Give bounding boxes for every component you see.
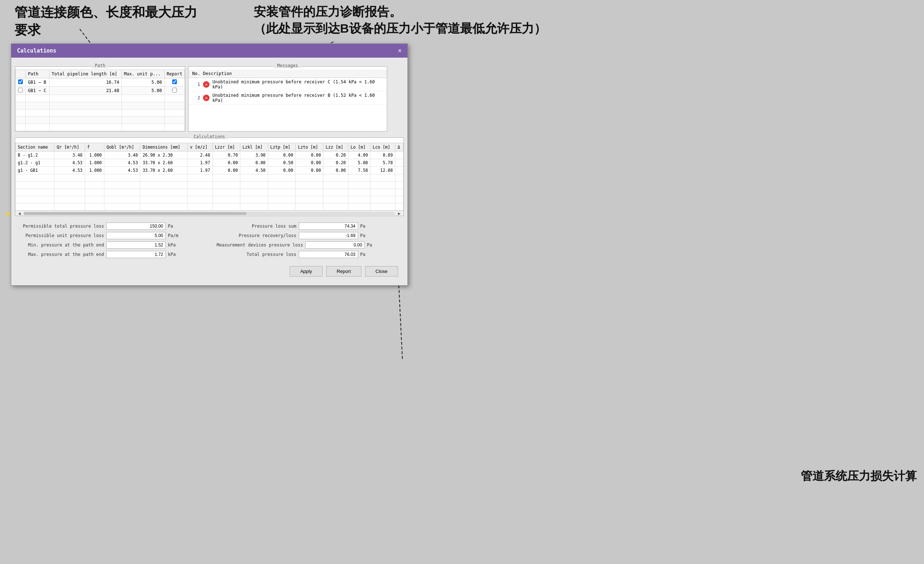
calc-3-lzkl: 4.50 xyxy=(240,167,268,174)
msg-1-text: Unobtained minimum pressure before recei… xyxy=(212,80,384,90)
calc-col-f: f xyxy=(85,143,104,152)
calc-col-lzzr: Lzzr [m] xyxy=(212,143,240,152)
path-row-2-name: GB1 − C xyxy=(26,87,50,95)
field-permissible-unit-label: Permissible unit pressure loss xyxy=(21,233,104,238)
messages-header: No. Description xyxy=(189,70,387,78)
calc-2-lzz: 0.20 xyxy=(323,159,348,167)
path-row-1-length: 16.74 xyxy=(49,78,122,87)
calc-3-qr: 4.53 xyxy=(54,167,85,174)
report-button[interactable]: Report xyxy=(326,266,362,277)
field-permissible-unit-unit: Pa/m xyxy=(168,233,178,238)
field-permissible-total: Permissible total pressure loss Pa xyxy=(21,222,202,230)
path-row-1-report[interactable] xyxy=(172,80,177,84)
field-pressure-loss-sum-value[interactable] xyxy=(299,222,358,230)
path-row-2-checkbox[interactable] xyxy=(18,88,23,92)
calc-3-f: 1.000 xyxy=(85,167,104,174)
field-measurement-devices-label: Measurement devices pressure loss xyxy=(217,243,303,248)
calc-col-lztp: Lztp [m] xyxy=(268,143,296,152)
calculations-section: Calculations Section name Qr [m³/h] f Qo… xyxy=(15,137,404,216)
calc-1-lo: 4.09 xyxy=(348,152,370,159)
path-empty-1 xyxy=(16,95,185,102)
calc-table-wrapper[interactable]: Section name Qr [m³/h] f Qobl [m³/h] Dim… xyxy=(15,143,404,211)
field-permissible-total-unit: Pa xyxy=(168,224,173,229)
path-row-1-name: GB1 − B xyxy=(26,78,50,87)
calc-1-lco: 8.89 xyxy=(370,152,395,159)
calc-2-lo: 5.08 xyxy=(348,159,370,167)
path-table: Path Total pipeline length [m] Max. unit… xyxy=(15,70,185,131)
calc-1-qobl: 3.48 xyxy=(104,152,140,159)
button-row: Apply Report Close xyxy=(15,262,404,282)
calc-col-lo: Lo [m] xyxy=(348,143,370,152)
apply-button[interactable]: Apply xyxy=(290,266,322,277)
calc-col-delta: Δ xyxy=(395,143,403,152)
calc-1-lztp: 0.00 xyxy=(268,152,296,159)
calc-scrollbar[interactable]: ◀ ▶ xyxy=(15,211,404,216)
col-maxunit: Max. unit p... xyxy=(122,70,165,78)
path-empty-5 xyxy=(16,124,185,131)
field-permissible-total-label: Permissible total pressure loss xyxy=(21,224,104,229)
calc-1-qr: 3.48 xyxy=(54,152,85,159)
calc-2-lzzr: 0.00 xyxy=(212,159,240,167)
path-row-1-maxunit: 5.00 xyxy=(122,78,165,87)
field-max-pressure-value[interactable] xyxy=(106,251,166,258)
calc-3-section: g1 - GB1 xyxy=(16,167,54,174)
calc-2-lzkl: 0.00 xyxy=(240,159,268,167)
calc-2-f: 1.000 xyxy=(85,159,104,167)
calc-table: Section name Qr [m³/h] f Qobl [m³/h] Dim… xyxy=(15,143,404,211)
dialog-body: Path Path Total pipeline length [m] Max.… xyxy=(11,58,408,285)
calculations-dialog: Calculations × Path Path Total pipeline … xyxy=(11,44,408,286)
bottom-right-col: Pressure loss sum Pa Pressure recovery/l… xyxy=(217,222,398,260)
calc-col-section: Section name xyxy=(16,143,54,152)
bg-annotation-top-left: 管道连接颜色、长度和最大压力 要求 xyxy=(15,4,197,39)
calc-empty-3 xyxy=(16,189,404,196)
path-panel-label: Path xyxy=(92,63,108,68)
top-panels: Path Path Total pipeline length [m] Max.… xyxy=(15,61,404,135)
field-min-pressure-unit: kPa xyxy=(168,243,176,248)
calc-empty-2 xyxy=(16,182,404,189)
close-icon[interactable]: × xyxy=(398,48,402,54)
field-max-pressure-label: Max. pressure at the path end xyxy=(21,252,104,257)
field-permissible-unit-value[interactable] xyxy=(106,232,166,239)
calc-row-3: g1 - GB1 4.53 1.000 4.53 33.70 x 2.60 1.… xyxy=(16,167,404,174)
calc-1-delta xyxy=(395,152,403,159)
calc-2-lzto: 0.00 xyxy=(296,159,323,167)
calc-2-qobl: 4.53 xyxy=(104,159,140,167)
msg-1-no: 1 xyxy=(191,82,200,87)
scroll-left-icon[interactable]: ◀ xyxy=(16,211,22,216)
scroll-right-icon[interactable]: ▶ xyxy=(397,211,402,216)
calc-3-dim: 33.70 x 2.60 xyxy=(140,167,188,174)
calc-col-lzz: Lzz [m] xyxy=(323,143,348,152)
path-row-1-checkbox[interactable] xyxy=(18,80,23,84)
calc-3-lzz: 0.00 xyxy=(323,167,348,174)
calc-2-qr: 4.53 xyxy=(54,159,85,167)
calc-col-lzkl: Lzkl [m] xyxy=(240,143,268,152)
calc-2-v: 1.97 xyxy=(188,159,212,167)
calc-3-lco: 12.08 xyxy=(370,167,395,174)
field-pressure-recovery-label: Pressure recovery/loss xyxy=(217,233,297,238)
field-min-pressure-value[interactable] xyxy=(106,242,166,249)
msg-2-text: Unobtained minimum pressure before recei… xyxy=(212,93,384,103)
calc-2-lztp: 0.50 xyxy=(268,159,296,167)
close-button[interactable]: Close xyxy=(365,266,398,277)
calc-1-lzkl: 3.90 xyxy=(240,152,268,159)
calc-2-section: g1.2 - g1 xyxy=(16,159,54,167)
calc-col-qr: Qr [m³/h] xyxy=(54,143,85,152)
bg-annotation-bottom-right: 管道系统压力损失计算 xyxy=(801,468,917,484)
dialog-title: Calculations xyxy=(17,48,56,54)
path-row-2-report[interactable] xyxy=(172,88,177,92)
bottom-left-col: Permissible total pressure loss Pa Permi… xyxy=(21,222,202,260)
calc-col-lco: Lco [m] xyxy=(370,143,395,152)
calc-empty-5 xyxy=(16,203,404,211)
calc-3-qobl: 4.53 xyxy=(104,167,140,174)
field-min-pressure: Min. pressure at the path end kPa xyxy=(21,242,202,249)
calc-2-lco: 5.78 xyxy=(370,159,395,167)
path-empty-4 xyxy=(16,117,185,124)
field-measurement-devices-value[interactable] xyxy=(305,242,364,249)
field-permissible-total-value[interactable] xyxy=(106,222,166,230)
calc-1-section: B - g1.2 xyxy=(16,152,54,159)
calc-1-dim: 26.90 x 2.30 xyxy=(140,152,188,159)
field-total-pressure-loss-value[interactable] xyxy=(299,251,358,258)
field-pressure-recovery-value[interactable] xyxy=(299,232,358,239)
messages-panel-label: Messages xyxy=(274,63,301,68)
calc-2-dim: 33.70 x 2.60 xyxy=(140,159,188,167)
